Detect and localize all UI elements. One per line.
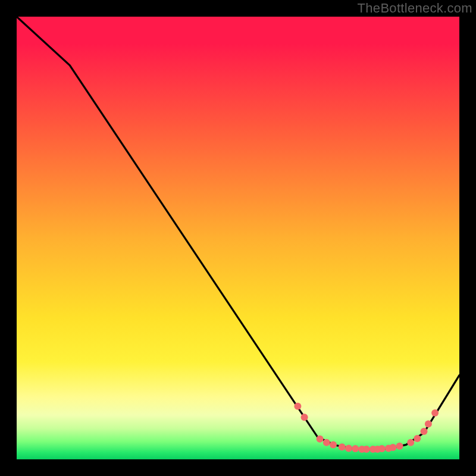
marker-dot <box>378 445 386 452</box>
chart-svg <box>17 17 459 459</box>
plot-area <box>17 17 459 459</box>
marker-dot <box>345 444 352 452</box>
marker-dot <box>363 446 370 453</box>
marker-dot <box>407 439 414 446</box>
marker-dot <box>421 428 428 435</box>
marker-dot <box>425 421 432 428</box>
chart-frame: TheBottleneck.com <box>0 0 476 476</box>
marker-dot <box>396 443 403 450</box>
marker-dot <box>323 439 330 446</box>
marker-dot <box>431 409 439 416</box>
curve-markers <box>294 403 439 453</box>
watermark-text: TheBottleneck.com <box>358 1 472 16</box>
marker-dot <box>414 435 421 442</box>
marker-dot <box>352 445 359 452</box>
marker-dot <box>294 403 301 410</box>
marker-dot <box>301 414 308 421</box>
bottleneck-curve <box>17 17 459 450</box>
marker-dot <box>389 444 396 451</box>
marker-dot <box>339 443 346 450</box>
marker-dot <box>317 436 324 443</box>
marker-dot <box>330 441 337 448</box>
